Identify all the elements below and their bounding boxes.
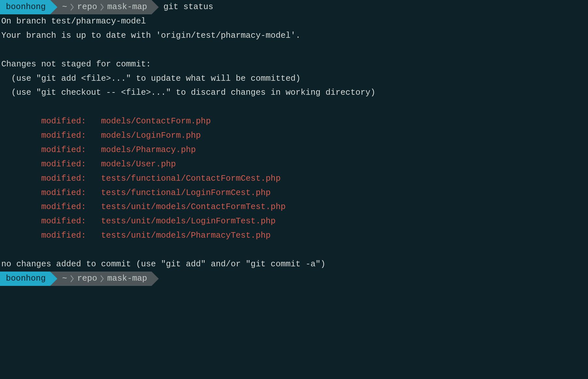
prompt-path-segment: ~repomask-map bbox=[50, 272, 152, 286]
prompt-line-1: boonhong ~repomask-map git status bbox=[0, 0, 588, 14]
command-text: git status bbox=[152, 0, 213, 14]
path-part: ~ bbox=[62, 0, 67, 14]
prompt-line-2: boonhong ~repomask-map bbox=[0, 272, 588, 286]
chevron-right-icon bbox=[100, 4, 104, 11]
modified-file-row: modified: models/ContactForm.php bbox=[1, 114, 587, 129]
chevron-right-icon bbox=[70, 4, 74, 11]
path-part: mask-map bbox=[107, 272, 147, 286]
modified-file-row: modified: tests/unit/models/ContactFormT… bbox=[1, 200, 587, 214]
modified-file-row: modified: tests/functional/LoginFormCest… bbox=[1, 186, 587, 200]
modified-file-row: modified: models/LoginForm.php bbox=[1, 129, 587, 143]
tracking-line: Your branch is up to date with 'origin/t… bbox=[1, 29, 587, 43]
prompt-path-segment: ~repomask-map bbox=[50, 0, 152, 14]
hint-checkout: (use "git checkout -- <file>..." to disc… bbox=[1, 86, 587, 100]
prompt-user: boonhong bbox=[6, 272, 46, 286]
path-part: ~ bbox=[62, 272, 67, 286]
path-part: repo bbox=[77, 272, 97, 286]
unstaged-header: Changes not staged for commit: bbox=[1, 57, 587, 72]
chevron-right-icon bbox=[100, 275, 104, 282]
chevron-right-icon bbox=[70, 275, 74, 282]
branch-line: On branch test/pharmacy-model bbox=[1, 14, 587, 29]
modified-file-row: modified: models/User.php bbox=[1, 157, 587, 172]
path-part: mask-map bbox=[107, 0, 147, 14]
hint-add: (use "git add <file>..." to update what … bbox=[1, 72, 587, 86]
modified-file-row: modified: tests/unit/models/PharmacyTest… bbox=[1, 229, 587, 243]
prompt-user-segment: boonhong bbox=[0, 272, 50, 286]
modified-file-row: modified: tests/functional/ContactFormCe… bbox=[1, 172, 587, 186]
prompt-user: boonhong bbox=[6, 0, 46, 14]
modified-file-row: modified: tests/unit/models/LoginFormTes… bbox=[1, 214, 587, 229]
terminal[interactable]: boonhong ~repomask-map git status On bra… bbox=[0, 0, 588, 286]
no-changes-line: no changes added to commit (use "git add… bbox=[1, 257, 587, 272]
prompt-user-segment: boonhong bbox=[0, 0, 50, 14]
modified-file-row: modified: models/Pharmacy.php bbox=[1, 143, 587, 157]
modified-files-list: modified: models/ContactForm.php modifie… bbox=[1, 114, 587, 243]
path-part: repo bbox=[77, 0, 97, 14]
git-status-output: On branch test/pharmacy-model Your branc… bbox=[0, 14, 588, 272]
